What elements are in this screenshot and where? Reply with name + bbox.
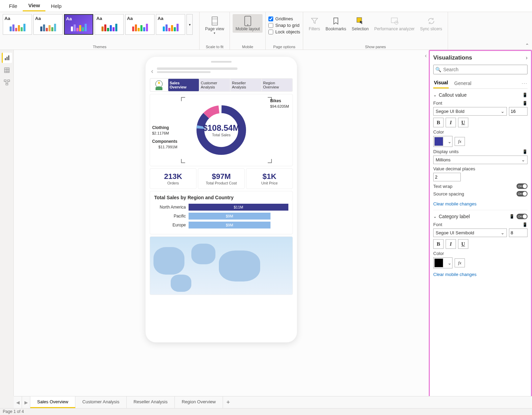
- callout-font-family-select[interactable]: Segoe UI Bold⌄: [433, 107, 507, 116]
- donut-visual[interactable]: $108.54M Total Sales Bikes$94.6205M Clot…: [150, 94, 293, 166]
- report-tabs: Sales Overview Customer Analysis Reselle…: [150, 78, 293, 92]
- donut-center-value: $108.54M: [203, 123, 240, 133]
- data-view-button[interactable]: [2, 65, 12, 75]
- sync-slicers-button[interactable]: Sync slicers: [417, 14, 445, 33]
- add-page-button[interactable]: +: [223, 396, 233, 408]
- svg-rect-10: [7, 57, 8, 60]
- bookmarks-pane-button[interactable]: Bookmarks: [323, 14, 349, 33]
- category-color-picker[interactable]: ⌄: [433, 257, 453, 268]
- text-wrap-toggle[interactable]: On: [517, 183, 528, 189]
- phone-back-button[interactable]: ‹: [151, 67, 153, 75]
- page-tab-prev[interactable]: ◀: [14, 396, 22, 408]
- format-tab-visual[interactable]: Visual: [433, 78, 449, 88]
- page-tabs-bar: ◀ ▶ Sales Overview Customer Analysis Res…: [14, 396, 532, 408]
- donut-callout-bikes: Bikes$94.6205M: [270, 98, 289, 109]
- page-tab-reseller-analysis[interactable]: Reseller Analysis: [127, 396, 175, 408]
- report-view-button[interactable]: [2, 53, 12, 63]
- theme-preset-1[interactable]: Aa: [3, 14, 32, 35]
- category-font-family-select[interactable]: Segoe UI Semibold⌄: [433, 228, 507, 237]
- donut-callout-components: Components$11.7991M: [152, 139, 177, 149]
- svg-line-20: [5, 82, 7, 83]
- page-options-label: Page options: [268, 43, 300, 49]
- page-tab-customer-analysis[interactable]: Customer Analysis: [75, 396, 127, 408]
- ribbon-collapse-button[interactable]: ⌃: [525, 43, 529, 48]
- page-tab-next[interactable]: ▶: [22, 396, 30, 408]
- svg-rect-11: [8, 55, 9, 60]
- mobile-layout-button[interactable]: Mobile layout: [233, 14, 263, 33]
- selection-icon: [355, 15, 366, 26]
- category-label-toggle[interactable]: On: [517, 214, 528, 219]
- performance-analyzer-button[interactable]: Performance analyzer: [371, 14, 417, 33]
- canvas: ‹ ‹ Sales Overview Customer Analysis Res…: [14, 50, 429, 396]
- report-tab-customer-analysis[interactable]: Customer Analysis: [200, 79, 230, 91]
- theme-preset-3[interactable]: Aa: [64, 14, 93, 35]
- model-view-button[interactable]: [2, 77, 12, 88]
- mobile-edit-icon[interactable]: 📱: [522, 93, 528, 97]
- category-color-fx-button[interactable]: fx: [455, 258, 465, 267]
- format-tab-general[interactable]: General: [454, 78, 472, 88]
- svg-rect-9: [5, 58, 6, 60]
- theme-preset-6[interactable]: Aa: [156, 14, 185, 35]
- map-visual[interactable]: [150, 236, 293, 295]
- theme-preset-5[interactable]: Aa: [125, 14, 155, 35]
- search-icon: 🔍: [435, 67, 441, 72]
- section-callout-value-header[interactable]: ⌄ Callout value 📱: [433, 92, 528, 98]
- donut-center-label: Total Sales: [203, 133, 240, 137]
- collapse-page-visuals[interactable]: ‹: [425, 53, 427, 59]
- theme-preset-2[interactable]: Aa: [33, 14, 63, 35]
- theme-preset-4[interactable]: Aa: [95, 14, 124, 35]
- category-underline-button[interactable]: U: [458, 239, 468, 249]
- status-bar: Page 1 of 4: [0, 408, 532, 415]
- visualizations-title: Visualizations: [433, 54, 472, 61]
- format-more-button[interactable]: ···: [522, 81, 528, 86]
- page-tab-region-overview[interactable]: Region Overview: [175, 396, 223, 408]
- selection-pane-button[interactable]: Selection: [349, 14, 371, 33]
- sync-icon: [426, 15, 437, 26]
- kpi-orders[interactable]: 213KOrders: [150, 168, 196, 189]
- kpi-unit-price[interactable]: $1KUnit Price: [246, 168, 293, 189]
- visualizations-search-input[interactable]: [433, 65, 528, 74]
- menu-view[interactable]: View: [23, 0, 45, 11]
- category-font-size-input[interactable]: [509, 228, 528, 237]
- callout-italic-button[interactable]: I: [446, 118, 456, 127]
- callout-bold-button[interactable]: B: [433, 118, 444, 127]
- clear-mobile-changes-callout[interactable]: Clear mobile changes: [433, 201, 477, 206]
- left-view-rail: [0, 50, 14, 396]
- kpi-product-cost[interactable]: $97MTotal Product Cost: [198, 168, 245, 189]
- bookmark-icon: [330, 15, 341, 26]
- callout-color-fx-button[interactable]: fx: [455, 137, 465, 146]
- filter-icon: [309, 15, 320, 26]
- source-spacing-toggle[interactable]: On: [517, 191, 528, 196]
- mobile-edit-icon[interactable]: 📱: [522, 101, 528, 106]
- section-category-label-header[interactable]: ⌄ Category label 📱 On: [433, 214, 528, 219]
- filters-pane-button[interactable]: Filters: [306, 14, 323, 33]
- svg-rect-0: [212, 17, 217, 25]
- clear-mobile-changes-category[interactable]: Clear mobile changes: [433, 272, 477, 277]
- decimal-places-input[interactable]: [433, 173, 461, 181]
- themes-dropdown[interactable]: ▾: [187, 14, 193, 35]
- mobile-edit-icon[interactable]: 📱: [522, 149, 528, 154]
- page-view-button[interactable]: Page view▾: [202, 14, 227, 36]
- bar-chart-visual[interactable]: Total Sales by Region and Country North …: [150, 191, 293, 234]
- lock-objects-checkbox[interactable]: Lock objects: [268, 29, 300, 34]
- category-bold-button[interactable]: B: [433, 239, 444, 249]
- report-tab-sales-overview[interactable]: Sales Overview: [168, 79, 199, 91]
- snap-to-grid-checkbox[interactable]: Snap to grid: [268, 23, 300, 28]
- callout-font-size-input[interactable]: [509, 107, 528, 116]
- mobile-edit-icon[interactable]: 📱: [522, 222, 528, 227]
- report-tab-reseller-analysis[interactable]: Reseller Analysis: [231, 79, 261, 91]
- menu-help[interactable]: Help: [45, 1, 67, 11]
- report-tab-region-overview[interactable]: Region Overview: [262, 79, 292, 91]
- bar-chart-title: Total Sales by Region and Country: [154, 195, 288, 200]
- svg-rect-18: [8, 80, 10, 82]
- display-units-select[interactable]: Millions⌄: [433, 156, 528, 164]
- page-tab-sales-overview[interactable]: Sales Overview: [30, 396, 75, 407]
- ribbon: Aa Aa Aa Aa Aa Aa ▾ Themes Page view▾ Sc…: [0, 12, 532, 50]
- visualizations-expand-button[interactable]: ›: [526, 55, 528, 61]
- gridlines-checkbox[interactable]: Gridlines: [268, 16, 300, 21]
- callout-underline-button[interactable]: U: [458, 118, 468, 127]
- menu-file[interactable]: File: [3, 1, 23, 11]
- mobile-edit-icon[interactable]: 📱: [509, 214, 514, 219]
- callout-color-picker[interactable]: ⌄: [433, 136, 453, 147]
- category-italic-button[interactable]: I: [446, 239, 456, 249]
